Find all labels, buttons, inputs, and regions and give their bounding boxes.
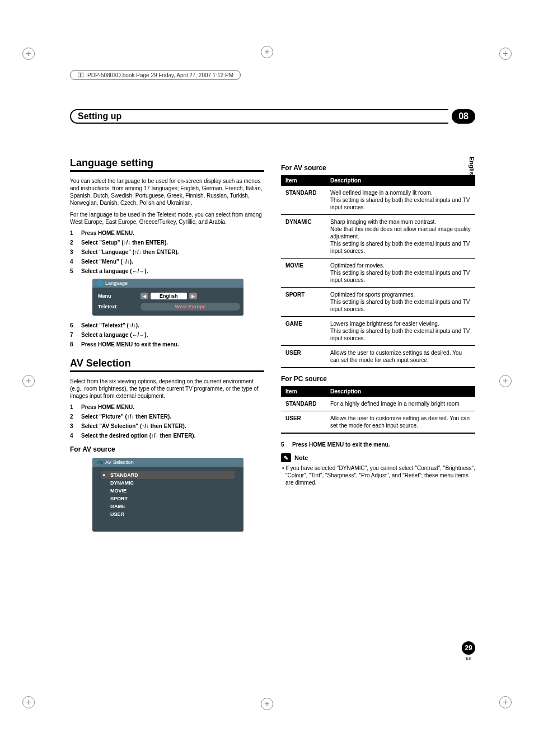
step-text: Press HOME MENU to exit the menu. bbox=[81, 341, 264, 348]
step-number: 8 bbox=[70, 341, 76, 348]
av-selection-osd-panel: 📺 AV Selection STANDARD DYNAMIC MOVIE SP… bbox=[92, 458, 243, 532]
av-source-table: Item Description STANDARDWell defined im… bbox=[281, 175, 475, 367]
av-option-sport[interactable]: SPORT bbox=[101, 495, 235, 503]
step-number: 1 bbox=[70, 404, 76, 410]
table-header-desc: Description bbox=[326, 175, 475, 186]
step-text: Select a language (←/→). bbox=[81, 268, 264, 274]
for-pc-source-heading: For PC source bbox=[281, 375, 475, 383]
cell-desc: Lowers image brightness for easier viewi… bbox=[326, 317, 475, 346]
menu-row-label: Menu bbox=[96, 293, 140, 299]
step-text: Press HOME MENU to exit the menu. bbox=[292, 442, 475, 448]
cell-item: STANDARD bbox=[281, 186, 326, 215]
step-number: 4 bbox=[70, 259, 76, 265]
step-text: Press HOME MENU. bbox=[81, 404, 264, 410]
cell-item: GAME bbox=[281, 317, 326, 346]
step-5: 5Press HOME MENU to exit the menu. bbox=[281, 442, 475, 448]
table-row: STANDARDFor a highly defined image in a … bbox=[281, 397, 475, 411]
av-option-standard[interactable]: STANDARD bbox=[101, 471, 235, 479]
table-row: DYNAMICSharp imaging with the maximum co… bbox=[281, 215, 475, 259]
cell-item: USER bbox=[281, 346, 326, 368]
step-number: 4 bbox=[70, 433, 76, 439]
cell-item: DYNAMIC bbox=[281, 215, 326, 259]
step-number: 1 bbox=[70, 230, 76, 236]
cell-item: STANDARD bbox=[281, 397, 326, 411]
book-icon bbox=[77, 72, 84, 78]
step-number: 7 bbox=[70, 332, 76, 338]
table-header-desc: Description bbox=[326, 386, 475, 397]
table-row: MOVIEOptimized for movies. This setting … bbox=[281, 259, 475, 288]
table-row: USERAllows the user to customize setting… bbox=[281, 411, 475, 433]
note-label: Note bbox=[294, 454, 308, 461]
right-arrow-icon[interactable]: ▶ bbox=[189, 293, 197, 299]
cell-item: MOVIE bbox=[281, 259, 326, 288]
page-number-wrap: 29 En bbox=[462, 641, 475, 661]
step-text: Select "Teletext" (↑/↓). bbox=[81, 322, 264, 328]
for-av-source-heading-right: For AV source bbox=[281, 164, 475, 172]
step-text: Select a language (←/→). bbox=[81, 332, 264, 338]
left-arrow-icon[interactable]: ◀ bbox=[140, 293, 148, 299]
crop-mark-icon bbox=[22, 375, 35, 387]
table-header-item: Item bbox=[281, 386, 326, 397]
panel-title-text: Language bbox=[105, 280, 128, 286]
svg-rect-1 bbox=[81, 73, 83, 77]
crop-mark-icon bbox=[261, 46, 273, 58]
cell-desc: Allows the user to customize setting as … bbox=[326, 411, 475, 433]
note-icon: ✎ bbox=[281, 453, 291, 462]
chapter-title: Setting up bbox=[70, 109, 448, 124]
book-header-text: PDP-5080XD.book Page 29 Friday, April 27… bbox=[87, 72, 233, 78]
av-option-movie[interactable]: MOVIE bbox=[101, 487, 235, 495]
cell-desc: Allows the user to customize settings as… bbox=[326, 346, 475, 368]
av-option-game[interactable]: GAME bbox=[101, 503, 235, 510]
table-header-item: Item bbox=[281, 175, 326, 186]
note-header: ✎ Note bbox=[281, 453, 475, 462]
language-intro-2: For the language to be used in the Telet… bbox=[70, 211, 264, 226]
step-number: 5 bbox=[281, 442, 287, 448]
table-row: GAMELowers image brightness for easier v… bbox=[281, 317, 475, 346]
chapter-header: Setting up 08 bbox=[70, 109, 475, 124]
step-text: Press HOME MENU. bbox=[81, 230, 264, 236]
table-row: USERAllows the user to customize setting… bbox=[281, 346, 475, 368]
step-number: 6 bbox=[70, 322, 76, 328]
panel-title-text: AV Selection bbox=[105, 459, 134, 465]
step-number: 2 bbox=[70, 240, 76, 246]
book-header: PDP-5080XD.book Page 29 Friday, April 27… bbox=[70, 70, 241, 80]
cell-desc: Sharp imaging with the maximum contrast.… bbox=[326, 215, 475, 259]
step-number: 3 bbox=[70, 423, 76, 429]
language-intro-1: You can select the language to be used f… bbox=[70, 177, 264, 206]
chapter-number: 08 bbox=[452, 109, 475, 124]
language-setting-heading: Language setting bbox=[70, 157, 264, 172]
cell-item: SPORT bbox=[281, 288, 326, 317]
step-text: Select the desired option (↑/↓ then ENTE… bbox=[81, 433, 264, 439]
av-intro: Select from the six viewing options, dep… bbox=[70, 378, 264, 400]
cell-desc: For a highly defined image in a normally… bbox=[326, 397, 475, 411]
crop-mark-icon bbox=[499, 48, 512, 60]
av-selection-heading: AV Selection bbox=[70, 358, 264, 372]
crop-mark-icon bbox=[499, 696, 512, 708]
page-number: 29 bbox=[462, 641, 475, 655]
cell-item: USER bbox=[281, 411, 326, 433]
svg-rect-0 bbox=[78, 73, 81, 77]
language-tab: English bbox=[469, 157, 475, 179]
table-row: SPORTOptimized for sports programmes. Th… bbox=[281, 288, 475, 317]
language-steps-2: 6Select "Teletext" (↑/↓). 7Select a lang… bbox=[70, 322, 264, 348]
crop-mark-icon bbox=[22, 696, 35, 708]
crop-mark-icon bbox=[261, 698, 273, 710]
step-number: 3 bbox=[70, 249, 76, 255]
av-option-dynamic[interactable]: DYNAMIC bbox=[101, 479, 235, 487]
table-row: STANDARDWell defined image in a normally… bbox=[281, 186, 475, 215]
step-text: Select "Language" (↑/↓ then ENTER). bbox=[81, 249, 264, 255]
cell-desc: Optimized for movies. This setting is sh… bbox=[326, 259, 475, 288]
panel-title: 📺 AV Selection bbox=[92, 458, 243, 467]
step-text: Select "AV Selection" (↑/↓ then ENTER). bbox=[81, 423, 264, 429]
step-text: Select "Setup" (↑/↓ then ENTER). bbox=[81, 240, 264, 246]
panel-title: 🌐 Language bbox=[92, 279, 243, 288]
cell-desc: Optimized for sports programmes. This se… bbox=[326, 288, 475, 317]
for-av-source-heading: For AV source bbox=[70, 445, 264, 453]
step-number: 2 bbox=[70, 414, 76, 420]
av-option-user[interactable]: USER bbox=[101, 510, 235, 518]
menu-row-value: English bbox=[151, 293, 187, 299]
crop-mark-icon bbox=[22, 48, 35, 60]
language-steps: 1Press HOME MENU. 2Select "Setup" (↑/↓ t… bbox=[70, 230, 264, 274]
page-lang: En bbox=[462, 656, 475, 661]
crop-mark-icon bbox=[499, 375, 512, 387]
